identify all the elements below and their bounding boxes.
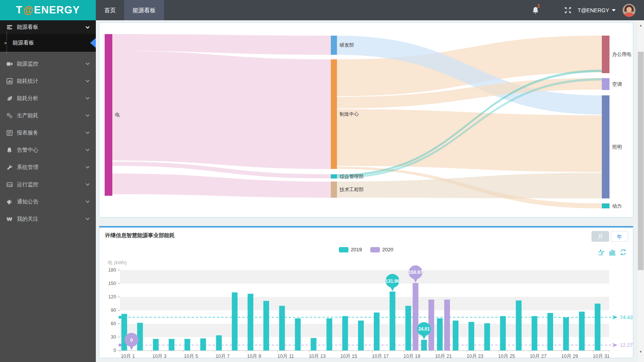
bar-2019-10月 15[interactable] <box>342 316 348 351</box>
account-menu[interactable]: T@ENERGY <box>578 7 616 13</box>
bar-2019-10月 25[interactable] <box>500 316 506 351</box>
top-header: T@ENERGY 首页能源看板 2 T@ENERGY <box>0 0 644 20</box>
bar-2019-10月 1[interactable] <box>122 314 127 351</box>
markline-label: 12.27 <box>620 342 633 348</box>
sankey-node-制造中心[interactable] <box>331 59 337 169</box>
markline-arrow-icon <box>612 315 618 319</box>
y-axis-title: 电 (kWh) <box>108 260 127 265</box>
logo-suffix: ENERGY <box>34 4 80 16</box>
bar-2019-10月 16[interactable] <box>358 321 364 351</box>
sankey-node-动力[interactable] <box>602 203 610 208</box>
sankey-node-电[interactable] <box>105 34 112 196</box>
svg-text:131.96: 131.96 <box>385 278 399 284</box>
sankey-node-综合管理部[interactable] <box>331 174 337 179</box>
scroll-down-arrow[interactable]: ▼ <box>637 349 644 355</box>
header-actions: 2 T@ENERGY <box>532 0 636 20</box>
fullscreen-button[interactable] <box>564 7 572 14</box>
bar-2019-10月 3[interactable] <box>153 339 159 351</box>
bar-2019-10月 20[interactable] <box>421 340 427 351</box>
logo-prefix: T <box>16 4 23 16</box>
page-scrollbar[interactable]: ▲ ▼ <box>637 20 644 362</box>
x-tick-label: 10月 19 <box>404 354 421 358</box>
bar-2019-10月 8[interactable] <box>232 292 238 351</box>
bar-2019-10月 6[interactable] <box>200 339 206 351</box>
sidebar-item-报表服务[interactable]: 报表服务 <box>0 124 96 141</box>
bar-2019-10月 28[interactable] <box>547 313 553 351</box>
tab-首页[interactable]: 首页 <box>96 0 124 20</box>
bar-2019-10月 7[interactable] <box>216 335 222 351</box>
bar-2019-10月 12[interactable] <box>295 318 301 351</box>
y-tick-label: 0 <box>113 348 116 353</box>
bar-2019-10月 24[interactable] <box>484 323 490 351</box>
bar-2019-10月 29[interactable] <box>563 318 569 351</box>
notifications-button[interactable]: 2 <box>532 7 539 14</box>
sankey-node-研发部[interactable] <box>331 36 337 55</box>
bar-2019-10月 27[interactable] <box>532 316 537 351</box>
bar-2019-10月 26[interactable] <box>516 300 522 351</box>
sankey-node-空调[interactable] <box>602 78 610 90</box>
sankey-node-技术工程部[interactable] <box>331 182 337 198</box>
bar-2019-10月 11[interactable] <box>279 306 285 351</box>
sidebar-item-告警中心[interactable]: 告警中心 <box>0 141 96 159</box>
bar-2019-10月 2[interactable] <box>137 323 143 351</box>
sankey-flow-制造中心-照明[interactable] <box>337 109 602 172</box>
header-tab-bar: 首页能源看板 <box>96 0 164 20</box>
sankey-flow-技术工程部-照明[interactable] <box>337 173 602 198</box>
megaphone-icon <box>6 198 13 205</box>
bar-2019-10月 17[interactable] <box>374 313 380 351</box>
x-tick-label: 10月 7 <box>215 354 230 358</box>
scroll-up-arrow[interactable]: ▲ <box>637 22 644 29</box>
marker-2019-10月 18: 131.96 <box>385 274 399 291</box>
sankey-flow-电-制造中心[interactable] <box>112 51 331 169</box>
bar-2019-10月 23[interactable] <box>468 322 474 351</box>
bar-chart-icon <box>6 78 13 84</box>
sankey-node-照明[interactable] <box>602 95 610 198</box>
chevron-down-icon <box>85 149 90 151</box>
svg-text:0: 0 <box>130 337 133 343</box>
sidebar-item-能源看板[interactable]: 能源看板 <box>0 20 96 34</box>
y-tick-label: 60 <box>111 321 116 326</box>
scrollbar-thumb[interactable] <box>638 52 644 270</box>
sidebar-subitem-label: 能源看板 <box>13 39 96 46</box>
bar-chart: 0306090120150180电 (kWh)10月 110月 310月 510… <box>99 228 633 358</box>
sidebar-item-生产能耗[interactable]: 生产能耗 <box>0 107 96 124</box>
tab-能源看板[interactable]: 能源看板 <box>124 0 164 20</box>
sidebar-item-我的关注[interactable]: ₩ 我的关注 <box>0 210 96 228</box>
bar-2019-10月 30[interactable] <box>579 312 585 351</box>
sankey-node-办公用电[interactable] <box>602 36 610 73</box>
sidebar-item-系统管理[interactable]: 系统管理 <box>0 159 96 176</box>
svg-text:150.97: 150.97 <box>409 270 423 275</box>
y-tick-label: 120 <box>108 294 116 300</box>
bar-2019-10月 10[interactable] <box>263 301 269 351</box>
bar-2019-10月 31[interactable] <box>595 304 600 351</box>
energy-flow-sankey-panel: 电研发部制造中心综合管理部技术工程部办公用电空调照明动力 <box>99 22 633 218</box>
bar-2019-10月 19[interactable] <box>405 306 411 351</box>
sidebar-item-label: 能源监控 <box>17 61 85 67</box>
sidebar-item-能耗统计[interactable]: 能耗统计 <box>0 72 96 90</box>
bar-2019-10月 21[interactable] <box>437 318 443 351</box>
user-avatar[interactable] <box>623 4 636 17</box>
markline-start-dot <box>118 316 122 319</box>
sidebar-item-通知公告[interactable]: 通知公告 <box>0 193 96 210</box>
chevron-down-icon <box>85 218 90 220</box>
bar-2019-10月 22[interactable] <box>453 321 458 351</box>
bar-2019-10月 4[interactable] <box>169 339 174 351</box>
x-tick-label: 10月 31 <box>593 354 610 358</box>
sidebar-subitem-能源看板[interactable]: » 能源看板 <box>0 34 96 52</box>
sidebar-item-能耗分析[interactable]: 能耗分析 <box>0 90 96 107</box>
sidebar-item-运行监控[interactable]: 运行监控 <box>0 176 96 193</box>
bar-2019-10月 5[interactable] <box>184 339 190 351</box>
x-tick-label: 10月 9 <box>247 354 261 358</box>
sidebar-item-能源监控[interactable]: 能源监控 <box>0 55 96 72</box>
bar-2019-10月 13[interactable] <box>311 338 317 351</box>
y-tick-label: 30 <box>111 334 116 340</box>
leaf-icon <box>6 95 13 102</box>
markline-label: 74.42 <box>620 314 633 320</box>
bar-2020-10月 21[interactable] <box>444 300 450 351</box>
app-logo: T@ENERGY <box>0 0 96 20</box>
bar-2020-10月 19[interactable] <box>412 283 418 351</box>
bar-2019-10月 14[interactable] <box>327 318 332 351</box>
report-icon <box>6 129 13 136</box>
bar-2019-10月 18[interactable] <box>389 292 395 351</box>
bar-2019-10月 9[interactable] <box>248 294 253 351</box>
